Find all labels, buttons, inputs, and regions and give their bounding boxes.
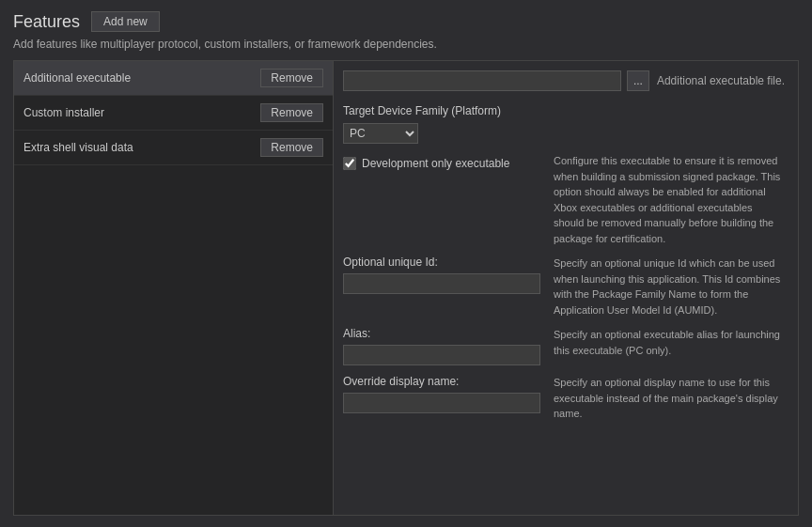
optional-id-right: Specify an optional unique Id which can … [554,256,785,318]
add-new-button[interactable]: Add new [91,11,160,32]
optional-id-section: Optional unique Id: Specify an optional … [343,256,785,318]
feature-item-custom-installer[interactable]: Custom installer Remove [14,96,333,131]
optional-id-left: Optional unique Id: [343,256,540,318]
override-group: Override display name: [343,375,540,413]
features-list: Additional executable Remove Custom inst… [14,61,334,515]
feature-item-additional-executable[interactable]: Additional executable Remove [14,61,333,96]
optional-id-info: Specify an optional unique Id which can … [554,256,785,318]
dev-info-text: Configure this executable to ensure it i… [554,155,780,244]
page-title: Features [13,12,80,32]
dev-section: Development only executable Configure th… [343,153,785,246]
dev-info: Configure this executable to ensure it i… [554,153,785,246]
target-device-select[interactable]: PC Xbox Universal [343,123,418,144]
dev-only-checkbox[interactable] [343,157,356,170]
dev-left: Development only executable [343,153,540,170]
override-section: Override display name: Specify an option… [343,375,785,422]
dev-checkbox-row: Development only executable [343,157,540,170]
dev-only-label[interactable]: Development only executable [362,157,509,170]
remove-additional-executable-button[interactable]: Remove [260,69,323,87]
alias-section: Alias: Specify an optional executable al… [343,327,785,365]
override-left: Override display name: [343,375,540,422]
feature-label: Extra shell visual data [23,141,133,154]
feature-label: Additional executable [23,71,131,85]
feature-item-extra-shell[interactable]: Extra shell visual data Remove [14,131,333,165]
target-label: Target Device Family (Platform) [343,104,785,117]
alias-group: Alias: [343,327,540,365]
file-row: ... Additional executable file. [343,70,785,91]
remove-custom-installer-button[interactable]: Remove [260,103,323,122]
page-subtitle: Add features like multiplayer protocol, … [13,38,799,51]
optional-id-group: Optional unique Id: [343,256,540,294]
file-description: Additional executable file. [657,74,785,87]
alias-info: Specify an optional executable alias for… [554,327,785,358]
alias-input[interactable] [343,345,540,365]
optional-id-input[interactable] [343,273,540,294]
file-input[interactable] [343,70,621,91]
right-panel: ... Additional executable file. Target D… [334,61,798,515]
remove-extra-shell-button[interactable]: Remove [260,138,323,157]
feature-label: Custom installer [23,106,104,119]
override-right: Specify an optional display name to use … [554,375,785,422]
override-input[interactable] [343,393,540,413]
override-info: Specify an optional display name to use … [554,375,785,422]
browse-button[interactable]: ... [627,70,649,91]
override-label: Override display name: [343,375,540,388]
optional-id-label: Optional unique Id: [343,256,540,269]
target-device-section: Target Device Family (Platform) PC Xbox … [343,104,785,144]
alias-right: Specify an optional executable alias for… [554,327,785,365]
alias-left: Alias: [343,327,540,365]
alias-label: Alias: [343,327,540,340]
